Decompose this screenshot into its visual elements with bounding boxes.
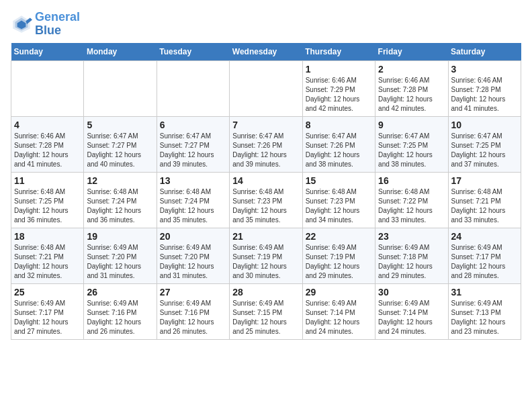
calendar-cell: 7Sunrise: 6:47 AM Sunset: 7:26 PM Daylig… bbox=[230, 116, 302, 172]
weekday-header-wednesday: Wednesday bbox=[230, 43, 302, 61]
calendar-cell: 3Sunrise: 6:46 AM Sunset: 7:28 PM Daylig… bbox=[448, 60, 521, 116]
day-info: Sunrise: 6:49 AM Sunset: 7:17 PM Dayligh… bbox=[451, 243, 518, 281]
week-row-4: 18Sunrise: 6:48 AM Sunset: 7:21 PM Dayli… bbox=[11, 228, 521, 283]
day-info: Sunrise: 6:48 AM Sunset: 7:21 PM Dayligh… bbox=[14, 243, 81, 281]
calendar-cell bbox=[157, 60, 229, 116]
day-number: 14 bbox=[232, 175, 299, 186]
calendar-cell: 25Sunrise: 6:49 AM Sunset: 7:17 PM Dayli… bbox=[11, 283, 84, 339]
day-number: 25 bbox=[14, 287, 81, 298]
day-number: 2 bbox=[378, 64, 445, 75]
calendar-cell: 14Sunrise: 6:48 AM Sunset: 7:23 PM Dayli… bbox=[230, 172, 302, 228]
calendar-cell: 21Sunrise: 6:49 AM Sunset: 7:19 PM Dayli… bbox=[230, 228, 302, 283]
day-number: 29 bbox=[306, 287, 372, 298]
day-number: 3 bbox=[451, 64, 518, 75]
calendar-cell: 11Sunrise: 6:48 AM Sunset: 7:25 PM Dayli… bbox=[11, 172, 84, 228]
day-info: Sunrise: 6:48 AM Sunset: 7:22 PM Dayligh… bbox=[378, 187, 445, 225]
day-number: 6 bbox=[160, 120, 226, 130]
calendar-cell: 1Sunrise: 6:46 AM Sunset: 7:29 PM Daylig… bbox=[302, 60, 375, 116]
week-row-1: 1Sunrise: 6:46 AM Sunset: 7:29 PM Daylig… bbox=[11, 60, 521, 116]
day-number: 15 bbox=[306, 175, 372, 186]
day-info: Sunrise: 6:49 AM Sunset: 7:20 PM Dayligh… bbox=[87, 243, 153, 281]
calendar-cell: 29Sunrise: 6:49 AM Sunset: 7:14 PM Dayli… bbox=[302, 283, 375, 339]
weekday-header-friday: Friday bbox=[375, 43, 448, 61]
day-info: Sunrise: 6:48 AM Sunset: 7:23 PM Dayligh… bbox=[306, 187, 372, 225]
day-number: 26 bbox=[87, 287, 153, 298]
day-number: 19 bbox=[87, 231, 153, 242]
day-number: 23 bbox=[378, 231, 445, 242]
day-info: Sunrise: 6:48 AM Sunset: 7:24 PM Dayligh… bbox=[87, 187, 153, 225]
calendar-cell: 26Sunrise: 6:49 AM Sunset: 7:16 PM Dayli… bbox=[84, 283, 157, 339]
day-info: Sunrise: 6:46 AM Sunset: 7:29 PM Dayligh… bbox=[306, 76, 372, 113]
calendar-cell: 12Sunrise: 6:48 AM Sunset: 7:24 PM Dayli… bbox=[84, 172, 157, 228]
logo-text: General Blue bbox=[35, 11, 80, 38]
calendar-table: SundayMondayTuesdayWednesdayThursdayFrid… bbox=[11, 43, 521, 340]
calendar-cell bbox=[11, 60, 84, 116]
calendar-cell: 20Sunrise: 6:49 AM Sunset: 7:20 PM Dayli… bbox=[157, 228, 229, 283]
day-number: 18 bbox=[14, 231, 81, 242]
calendar-cell: 27Sunrise: 6:49 AM Sunset: 7:16 PM Dayli… bbox=[157, 283, 229, 339]
calendar-cell: 19Sunrise: 6:49 AM Sunset: 7:20 PM Dayli… bbox=[84, 228, 157, 283]
weekday-header-saturday: Saturday bbox=[448, 43, 521, 61]
page-header: General Blue bbox=[11, 11, 521, 38]
day-number: 11 bbox=[14, 175, 81, 186]
day-info: Sunrise: 6:48 AM Sunset: 7:21 PM Dayligh… bbox=[451, 187, 518, 225]
calendar-cell bbox=[230, 60, 302, 116]
calendar-cell: 5Sunrise: 6:47 AM Sunset: 7:27 PM Daylig… bbox=[84, 116, 157, 172]
day-info: Sunrise: 6:47 AM Sunset: 7:26 PM Dayligh… bbox=[232, 132, 299, 169]
day-number: 21 bbox=[232, 231, 299, 242]
weekday-header-row: SundayMondayTuesdayWednesdayThursdayFrid… bbox=[11, 43, 521, 61]
day-number: 8 bbox=[306, 120, 372, 130]
day-number: 22 bbox=[306, 231, 372, 242]
calendar-cell: 31Sunrise: 6:49 AM Sunset: 7:13 PM Dayli… bbox=[448, 283, 521, 339]
day-number: 7 bbox=[232, 120, 299, 130]
logo-icon bbox=[11, 13, 32, 35]
week-row-2: 4Sunrise: 6:46 AM Sunset: 7:28 PM Daylig… bbox=[11, 116, 521, 172]
day-number: 12 bbox=[87, 175, 153, 186]
day-info: Sunrise: 6:49 AM Sunset: 7:19 PM Dayligh… bbox=[232, 243, 299, 281]
calendar-cell: 23Sunrise: 6:49 AM Sunset: 7:18 PM Dayli… bbox=[375, 228, 448, 283]
day-info: Sunrise: 6:49 AM Sunset: 7:19 PM Dayligh… bbox=[306, 243, 372, 281]
day-number: 10 bbox=[451, 120, 518, 130]
calendar-cell: 6Sunrise: 6:47 AM Sunset: 7:27 PM Daylig… bbox=[157, 116, 229, 172]
calendar-cell: 10Sunrise: 6:47 AM Sunset: 7:25 PM Dayli… bbox=[448, 116, 521, 172]
day-info: Sunrise: 6:47 AM Sunset: 7:27 PM Dayligh… bbox=[160, 132, 226, 169]
weekday-header-tuesday: Tuesday bbox=[157, 43, 229, 61]
day-info: Sunrise: 6:46 AM Sunset: 7:28 PM Dayligh… bbox=[378, 76, 445, 113]
calendar-cell: 18Sunrise: 6:48 AM Sunset: 7:21 PM Dayli… bbox=[11, 228, 84, 283]
day-number: 31 bbox=[451, 287, 518, 298]
calendar-cell: 24Sunrise: 6:49 AM Sunset: 7:17 PM Dayli… bbox=[448, 228, 521, 283]
day-info: Sunrise: 6:46 AM Sunset: 7:28 PM Dayligh… bbox=[451, 76, 518, 113]
calendar-cell: 9Sunrise: 6:47 AM Sunset: 7:25 PM Daylig… bbox=[375, 116, 448, 172]
calendar-cell: 28Sunrise: 6:49 AM Sunset: 7:15 PM Dayli… bbox=[230, 283, 302, 339]
calendar-cell: 13Sunrise: 6:48 AM Sunset: 7:24 PM Dayli… bbox=[157, 172, 229, 228]
day-info: Sunrise: 6:49 AM Sunset: 7:18 PM Dayligh… bbox=[378, 243, 445, 281]
day-number: 30 bbox=[378, 287, 445, 298]
day-number: 20 bbox=[160, 231, 226, 242]
calendar-cell: 22Sunrise: 6:49 AM Sunset: 7:19 PM Dayli… bbox=[302, 228, 375, 283]
day-info: Sunrise: 6:47 AM Sunset: 7:25 PM Dayligh… bbox=[451, 132, 518, 169]
calendar-cell: 8Sunrise: 6:47 AM Sunset: 7:26 PM Daylig… bbox=[302, 116, 375, 172]
day-number: 1 bbox=[306, 64, 372, 75]
logo: General Blue bbox=[11, 11, 80, 38]
day-info: Sunrise: 6:49 AM Sunset: 7:15 PM Dayligh… bbox=[232, 299, 299, 336]
day-number: 24 bbox=[451, 231, 518, 242]
calendar-cell: 2Sunrise: 6:46 AM Sunset: 7:28 PM Daylig… bbox=[375, 60, 448, 116]
calendar-cell: 16Sunrise: 6:48 AM Sunset: 7:22 PM Dayli… bbox=[375, 172, 448, 228]
day-info: Sunrise: 6:49 AM Sunset: 7:14 PM Dayligh… bbox=[378, 299, 445, 336]
calendar-cell: 30Sunrise: 6:49 AM Sunset: 7:14 PM Dayli… bbox=[375, 283, 448, 339]
day-info: Sunrise: 6:48 AM Sunset: 7:25 PM Dayligh… bbox=[14, 187, 81, 225]
day-info: Sunrise: 6:49 AM Sunset: 7:13 PM Dayligh… bbox=[451, 299, 518, 336]
weekday-header-thursday: Thursday bbox=[302, 43, 375, 61]
day-info: Sunrise: 6:49 AM Sunset: 7:14 PM Dayligh… bbox=[306, 299, 372, 336]
week-row-5: 25Sunrise: 6:49 AM Sunset: 7:17 PM Dayli… bbox=[11, 283, 521, 339]
day-info: Sunrise: 6:49 AM Sunset: 7:20 PM Dayligh… bbox=[160, 243, 226, 281]
calendar-cell: 4Sunrise: 6:46 AM Sunset: 7:28 PM Daylig… bbox=[11, 116, 84, 172]
calendar-cell: 15Sunrise: 6:48 AM Sunset: 7:23 PM Dayli… bbox=[302, 172, 375, 228]
day-number: 4 bbox=[14, 120, 81, 130]
day-info: Sunrise: 6:49 AM Sunset: 7:17 PM Dayligh… bbox=[14, 299, 81, 336]
day-number: 13 bbox=[160, 175, 226, 186]
day-info: Sunrise: 6:47 AM Sunset: 7:25 PM Dayligh… bbox=[378, 132, 445, 169]
day-number: 28 bbox=[232, 287, 299, 298]
day-info: Sunrise: 6:48 AM Sunset: 7:23 PM Dayligh… bbox=[232, 187, 299, 225]
day-number: 9 bbox=[378, 120, 445, 130]
